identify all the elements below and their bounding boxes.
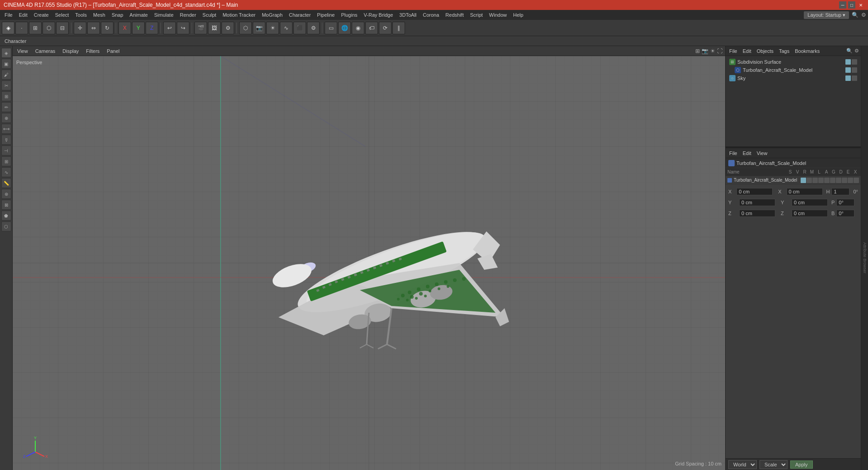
om-view[interactable]: Objects bbox=[755, 48, 775, 54]
menu-simulate[interactable]: Simulate bbox=[151, 11, 176, 19]
om-settings-icon[interactable]: ⚙ bbox=[854, 48, 859, 54]
input-p[interactable] bbox=[836, 199, 854, 206]
om-tags[interactable]: Tags bbox=[777, 48, 791, 54]
input-x-pos[interactable] bbox=[736, 188, 773, 195]
axis-z-btn[interactable]: Z bbox=[146, 22, 158, 34]
uv-mode-btn[interactable]: ⊟ bbox=[56, 22, 69, 34]
menu-3dtoall[interactable]: 3DToAll bbox=[396, 11, 419, 19]
ctrl-v[interactable] bbox=[807, 178, 812, 183]
ctrl-d[interactable] bbox=[842, 178, 847, 183]
obj-sky-lock[interactable] bbox=[852, 75, 857, 81]
floor-btn[interactable]: ▭ bbox=[325, 22, 337, 34]
menu-render[interactable]: Render bbox=[177, 11, 199, 19]
obj-aircraft-vis[interactable] bbox=[845, 67, 851, 73]
vp-menu-view[interactable]: View bbox=[15, 48, 30, 54]
vp-menu-filters[interactable]: Filters bbox=[84, 48, 101, 54]
vp-camera-icon[interactable]: 📷 bbox=[702, 48, 708, 54]
world-select[interactable]: World bbox=[728, 460, 757, 469]
vp-light-icon[interactable]: ☀ bbox=[710, 48, 715, 54]
layout-selector[interactable]: Layout: Startup ▾ bbox=[804, 11, 849, 19]
menu-motion-tracker[interactable]: Motion Tracker bbox=[220, 11, 258, 19]
ctrl-l[interactable] bbox=[824, 178, 830, 183]
generator-btn[interactable]: ⚙ bbox=[307, 22, 320, 34]
ctrl-a[interactable] bbox=[830, 178, 835, 183]
axis-y-btn[interactable]: Y bbox=[132, 22, 145, 34]
input-z-pos[interactable] bbox=[739, 210, 775, 217]
redo-btn[interactable]: ↪ bbox=[177, 22, 189, 34]
poly-mode-btn[interactable]: ⬡ bbox=[42, 22, 55, 34]
input-b[interactable] bbox=[836, 210, 854, 217]
point-mode-btn[interactable]: · bbox=[15, 22, 28, 34]
minimize-button[interactable]: ─ bbox=[839, 1, 846, 9]
search-icon[interactable]: 🔍 bbox=[852, 12, 859, 18]
input-h[interactable] bbox=[831, 188, 849, 195]
lt-soft[interactable]: ⊛ bbox=[1, 189, 11, 199]
lt-measure[interactable]: 📏 bbox=[1, 178, 11, 188]
menu-edit[interactable]: Edit bbox=[16, 11, 30, 19]
render-preview-btn[interactable]: 🎬 bbox=[194, 22, 207, 34]
menu-redshift[interactable]: Redshift bbox=[443, 11, 466, 19]
menu-character[interactable]: Character bbox=[286, 11, 313, 19]
vp-menu-panel[interactable]: Panel bbox=[105, 48, 121, 54]
input-z-rot[interactable] bbox=[792, 210, 828, 217]
sky-btn[interactable]: 🌐 bbox=[338, 22, 351, 34]
lt-poly-pen[interactable]: ✏ bbox=[1, 102, 11, 112]
lt-motion[interactable]: ⬡ bbox=[1, 221, 11, 231]
camera-btn[interactable]: 📷 bbox=[253, 22, 265, 34]
obj-aircraft-lock[interactable] bbox=[852, 67, 857, 73]
material-btn[interactable]: ◉ bbox=[352, 22, 364, 34]
ctrl-s[interactable] bbox=[801, 178, 806, 183]
menu-select[interactable]: Select bbox=[52, 11, 72, 19]
ctrl-r[interactable] bbox=[812, 178, 818, 183]
character-menu[interactable]: Character bbox=[2, 38, 29, 45]
undo-btn[interactable]: ↩ bbox=[163, 22, 176, 34]
menu-tools[interactable]: Tools bbox=[72, 11, 90, 19]
scale-tool-btn[interactable]: ⇔ bbox=[87, 22, 100, 34]
render-settings-btn[interactable]: ⚙ bbox=[222, 22, 234, 34]
lt-spline[interactable]: ∿ bbox=[1, 167, 11, 177]
om-file[interactable]: File bbox=[727, 48, 739, 54]
hair-btn[interactable]: ∥ bbox=[392, 22, 405, 34]
attr-edit[interactable]: Edit bbox=[741, 150, 753, 156]
scale-select[interactable]: Scale bbox=[760, 460, 788, 469]
settings-icon[interactable]: ⚙ bbox=[861, 12, 866, 18]
axis-x-btn[interactable]: X bbox=[118, 22, 131, 34]
apply-button[interactable]: Apply bbox=[790, 461, 813, 469]
move-tool-btn[interactable]: ✛ bbox=[74, 22, 86, 34]
light-btn[interactable]: ☀ bbox=[266, 22, 279, 34]
attr-file[interactable]: File bbox=[727, 150, 739, 156]
obj-sky-vis[interactable] bbox=[845, 75, 851, 81]
menu-script[interactable]: Script bbox=[467, 11, 486, 19]
ctrl-m[interactable] bbox=[818, 178, 824, 183]
ctrl-g[interactable] bbox=[836, 178, 841, 183]
rotate-tool-btn[interactable]: ↻ bbox=[101, 22, 113, 34]
menu-mograph[interactable]: MoGraph bbox=[259, 11, 285, 19]
om-search-icon[interactable]: 🔍 bbox=[846, 48, 853, 54]
dynamics-btn[interactable]: ⟳ bbox=[379, 22, 392, 34]
model-mode-btn[interactable]: ◈ bbox=[2, 22, 14, 34]
vp-menu-display[interactable]: Display bbox=[61, 48, 80, 54]
attr-view[interactable]: View bbox=[755, 150, 769, 156]
input-y-pos[interactable] bbox=[739, 199, 775, 206]
om-edit[interactable]: Edit bbox=[741, 48, 753, 54]
attr-obj-row[interactable]: Turbofan_Aircraft_Scale_Model bbox=[726, 176, 861, 184]
deformer-btn[interactable]: ⬛ bbox=[293, 22, 306, 34]
vp-maximize-icon[interactable]: ⛶ bbox=[717, 48, 722, 54]
menu-snap[interactable]: Snap bbox=[109, 11, 126, 19]
obj-subdivision[interactable]: ⊞ Subdivision Surface bbox=[727, 58, 859, 66]
lt-live[interactable]: ▣ bbox=[1, 59, 11, 69]
lt-knife[interactable]: ✂ bbox=[1, 80, 11, 90]
lt-paint[interactable]: 🖌 bbox=[1, 70, 11, 80]
lt-bridge[interactable]: ⟷ bbox=[1, 124, 11, 134]
lt-array[interactable]: ⊞ bbox=[1, 156, 11, 166]
edge-mode-btn[interactable]: ⊞ bbox=[29, 22, 42, 34]
render-active-btn[interactable]: 🖼 bbox=[208, 22, 221, 34]
menu-animate[interactable]: Animate bbox=[127, 11, 151, 19]
menu-pipeline[interactable]: Pipeline bbox=[314, 11, 337, 19]
menu-mesh[interactable]: Mesh bbox=[90, 11, 108, 19]
lt-mirror[interactable]: ⊣ bbox=[1, 146, 11, 155]
obj-aircraft[interactable]: ⬡ Turbofan_Aircraft_Scale_Model bbox=[727, 66, 859, 74]
maximize-button[interactable]: □ bbox=[848, 1, 855, 9]
lt-loop[interactable]: ⊞ bbox=[1, 91, 11, 101]
menu-window[interactable]: Window bbox=[486, 11, 509, 19]
